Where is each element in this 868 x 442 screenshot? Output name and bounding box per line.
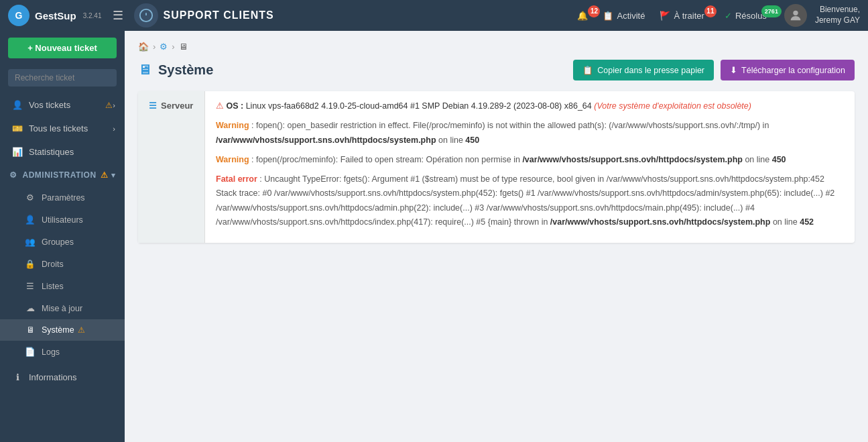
copy-icon: 📋 (582, 65, 593, 75)
os-value: Linux vps-faa668d2 4.19.0-25-cloud-amd64… (246, 101, 592, 111)
bienvenue-text: Bienvenue, (815, 5, 860, 15)
new-ticket-button[interactable]: + Nouveau ticket (8, 38, 117, 58)
bell-icon: 🔔 (577, 11, 588, 21)
resolus-btn[interactable]: ✓ Résolus 2761 (719, 11, 776, 21)
sidebar-sub-parametres[interactable]: ⚙ Paramètres (0, 186, 125, 209)
download-button[interactable]: ⬇ Télécharger la configuration (721, 60, 855, 80)
parametres-label: Paramètres (42, 193, 85, 203)
droits-icon: 🔒 (24, 259, 36, 269)
informations-icon: ℹ (11, 372, 23, 382)
warning2-line: 450 (772, 155, 786, 164)
notifications-btn[interactable]: 🔔 12 (570, 11, 595, 21)
activite-btn[interactable]: 📋 Activité (603, 11, 645, 21)
warning2-path: /var/www/vhosts/support.sns.ovh/httpdocs… (522, 155, 743, 164)
a-traiter-label: À traiter (674, 11, 704, 21)
vos-tickets-warning: ⚠ (105, 101, 113, 110)
logs-icon: 📄 (24, 347, 36, 357)
warning1-block: Warning : fopen(): open_basedir restrict… (216, 119, 844, 148)
support-header: SUPPORT CLIENTS (134, 3, 274, 27)
tous-tickets-icon: 🎫 (11, 123, 23, 133)
breadcrumb: 🏠 › ⚙ › 🖥 (138, 42, 855, 52)
os-label: OS (226, 101, 238, 111)
main-layout: + Nouveau ticket 👤 Vos tickets ⚠ › 🎫 Tou… (0, 31, 868, 442)
sidebar-sub-mise-a-jour[interactable]: ☁ Mise à jour (0, 297, 125, 319)
support-icon (134, 3, 158, 27)
systeme-warning: ⚠ (78, 325, 85, 335)
page-title: 🖥 Système (138, 62, 213, 78)
breadcrumb-sep1: › (153, 42, 156, 52)
sidebar-sub-logs[interactable]: 📄 Logs (0, 341, 125, 363)
sidebar-sub-groupes[interactable]: 👥 Groupes (0, 231, 125, 253)
flag-icon: 🚩 (660, 11, 670, 21)
menu-icon[interactable]: ☰ (113, 8, 123, 23)
administration-header[interactable]: ⚙ Administration ⚠ ▾ (0, 164, 125, 186)
vos-tickets-label: Vos tickets (29, 100, 103, 110)
server-icon: ☰ (149, 101, 157, 111)
copy-label: Copier dans le presse papier (597, 66, 704, 75)
tous-tickets-label: Tous les tickets (29, 123, 113, 133)
page-title-icon: 🖥 (138, 62, 151, 78)
sidebar-item-tous-tickets[interactable]: 🎫 Tous les tickets › (0, 117, 125, 140)
download-label: Télécharger la configuration (741, 66, 845, 75)
avatar[interactable] (784, 4, 807, 27)
resolus-badge: 2761 (761, 5, 782, 17)
fatal-error-block: Fatal error : Uncaught TypeError: fgets(… (216, 172, 844, 229)
notifications-badge: 12 (588, 5, 600, 17)
system-panel: ☰ Serveur ⚠ OS : Linux vps-faa668d2 4.19… (138, 91, 855, 243)
user-name: Jeremy GAY (815, 15, 860, 26)
os-warning-text: (Votre système d'exploitation est obsolè… (594, 101, 751, 111)
os-line: ⚠ OS : Linux vps-faa668d2 4.19.0-25-clou… (216, 99, 844, 113)
os-colon: : (241, 101, 246, 111)
fatal-line: 452 (800, 217, 814, 227)
sidebar-item-informations[interactable]: ℹ Informations (0, 366, 125, 389)
sidebar: + Nouveau ticket 👤 Vos tickets ⚠ › 🎫 Tou… (0, 31, 125, 442)
sidebar-item-statistiques[interactable]: 📊 Statistiques (0, 140, 125, 164)
warning2-text: : fopen(/proc/meminfo): Failed to open s… (251, 155, 522, 164)
statistiques-icon: 📊 (11, 147, 23, 157)
warning1-online: on line (438, 135, 465, 145)
systeme-icon: 🖥 (24, 325, 36, 335)
user-info: Bienvenue, Jeremy GAY (815, 5, 860, 25)
fatal-path: /var/www/vhosts/support.sns.ovh/httpdocs… (550, 217, 771, 227)
page-header-actions: 📋 Copier dans le presse papier ⬇ Télécha… (573, 60, 855, 80)
version: 3.2.41 (83, 12, 102, 19)
warning1-keyword: Warning (216, 121, 249, 130)
activite-label: Activité (617, 11, 645, 21)
vos-tickets-arrow: › (113, 101, 115, 109)
server-content: ⚠ OS : Linux vps-faa668d2 4.19.0-25-clou… (205, 91, 855, 243)
settings-breadcrumb-icon[interactable]: ⚙ (160, 42, 168, 52)
sidebar-item-vos-tickets[interactable]: 👤 Vos tickets ⚠ › (0, 93, 125, 117)
systeme-label: Système (42, 325, 74, 335)
copy-button[interactable]: 📋 Copier dans le presse papier (573, 60, 714, 80)
utilisateurs-icon: 👤 (24, 215, 36, 225)
sidebar-sub-utilisateurs[interactable]: 👤 Utilisateurs (0, 209, 125, 231)
server-label: ☰ Serveur (138, 91, 205, 243)
page-header: 🖥 Système 📋 Copier dans le presse papier… (138, 60, 855, 80)
listes-icon: ☰ (24, 281, 36, 291)
search-input[interactable] (8, 69, 117, 87)
svg-point-1 (793, 11, 798, 15)
groupes-label: Groupes (42, 237, 74, 247)
os-alert-icon: ⚠ (216, 101, 224, 111)
content-area: 🏠 › ⚙ › 🖥 🖥 Système 📋 Copier dans le pre… (125, 31, 868, 442)
monitor-breadcrumb-icon: 🖥 (179, 42, 188, 52)
admin-warning: ⚠ (101, 170, 109, 180)
a-traiter-badge: 11 (704, 5, 717, 17)
sidebar-sub-systeme[interactable]: 🖥 Système ⚠ (0, 319, 125, 341)
a-traiter-btn[interactable]: 🚩 À traiter 11 (653, 11, 711, 21)
sidebar-sub-listes[interactable]: ☰ Listes (0, 275, 125, 297)
activite-icon: 📋 (603, 11, 613, 21)
mise-a-jour-icon: ☁ (24, 303, 36, 313)
sidebar-sub-droits[interactable]: 🔒 Droits (0, 253, 125, 275)
warning2-block: Warning : fopen(/proc/meminfo): Failed t… (216, 153, 844, 167)
informations-label: Informations (29, 372, 115, 382)
warning1-text: : fopen(): open_basedir restriction in e… (251, 121, 769, 130)
mise-a-jour-label: Mise à jour (42, 304, 82, 313)
tous-tickets-arrow: › (113, 125, 115, 133)
warning1-path: /var/www/vhosts/support.sns.ovh/httpdocs… (216, 135, 436, 145)
fatal-online: on line (773, 217, 800, 227)
brand-name: GestSup (35, 10, 76, 21)
home-icon[interactable]: 🏠 (138, 42, 149, 52)
vos-tickets-icon: 👤 (11, 100, 23, 110)
breadcrumb-sep2: › (172, 42, 174, 52)
